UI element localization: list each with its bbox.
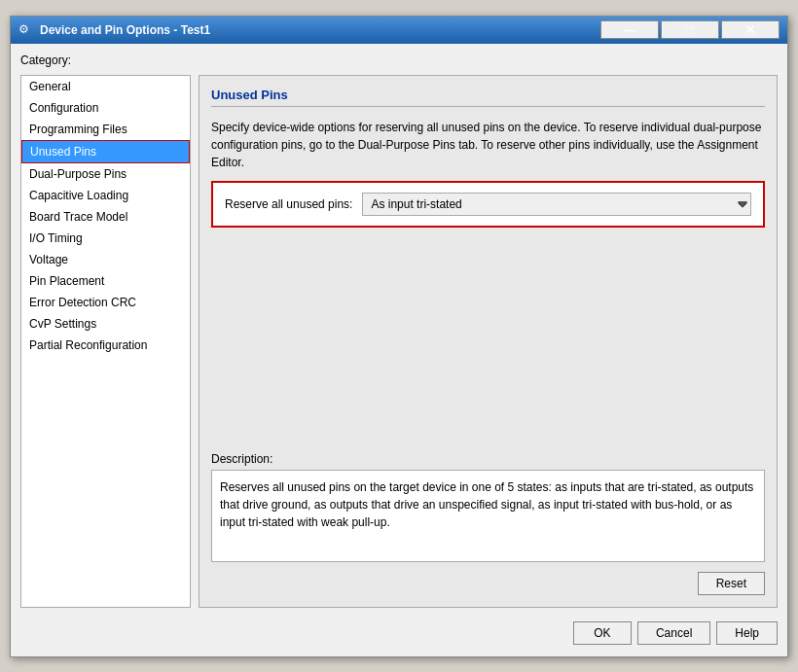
panel-title: Unused Pins: [211, 88, 765, 107]
reserve-select[interactable]: As input tri-statedAs output driving gro…: [362, 193, 751, 216]
sidebar-item-unused-pins[interactable]: Unused Pins: [21, 140, 190, 163]
window-title: Device and Pin Options - Test1: [40, 23, 210, 37]
panel-content: Unused Pins Specify device-wide options …: [199, 75, 778, 608]
sidebar-item-programming-files[interactable]: Programming Files: [21, 119, 190, 140]
title-bar: ⚙ Device and Pin Options - Test1 — □ ✕: [11, 17, 787, 44]
sidebar-item-capacitive-loading[interactable]: Capacitive Loading: [21, 185, 190, 206]
bottom-buttons: OK Cancel Help: [20, 616, 778, 647]
description-label: Description:: [211, 452, 765, 466]
reset-button[interactable]: Reset: [698, 572, 765, 595]
sidebar-item-cvp-settings[interactable]: CvP Settings: [21, 313, 190, 335]
right-panel: Unused Pins Specify device-wide options …: [199, 75, 778, 608]
category-label: Category:: [20, 53, 778, 67]
sidebar-item-board-trace-model[interactable]: Board Trace Model: [21, 206, 190, 228]
ok-button[interactable]: OK: [573, 621, 632, 645]
sidebar-item-partial-reconfiguration[interactable]: Partial Reconfiguration: [21, 335, 190, 356]
spacer: [211, 237, 765, 442]
reset-row: Reset: [211, 572, 765, 595]
minimize-button[interactable]: —: [600, 20, 659, 39]
sidebar-item-dual-purpose-pins[interactable]: Dual-Purpose Pins: [21, 163, 190, 185]
sidebar-item-configuration[interactable]: Configuration: [21, 97, 190, 119]
description-box: Reserves all unused pins on the target d…: [211, 470, 765, 562]
sidebar-item-io-timing[interactable]: I/O Timing: [21, 228, 190, 249]
sidebar-item-pin-placement[interactable]: Pin Placement: [21, 270, 190, 292]
maximize-button[interactable]: □: [661, 20, 719, 39]
window-content: Category: General Configuration Programm…: [11, 44, 787, 656]
description-section: Description: Reserves all unused pins on…: [211, 452, 765, 562]
cancel-button[interactable]: Cancel: [637, 621, 710, 645]
main-area: General Configuration Programming Files …: [20, 75, 778, 608]
category-list: General Configuration Programming Files …: [20, 75, 191, 608]
sidebar-item-error-detection-crc[interactable]: Error Detection CRC: [21, 292, 190, 313]
panel-description: Specify device-wide options for reservin…: [211, 119, 765, 171]
title-bar-left: ⚙ Device and Pin Options - Test1: [18, 22, 210, 38]
reserve-section: Reserve all unused pins: As input tri-st…: [211, 181, 765, 228]
sidebar-item-voltage[interactable]: Voltage: [21, 249, 190, 270]
title-controls: — □ ✕: [600, 20, 780, 39]
reserve-label: Reserve all unused pins:: [225, 197, 352, 211]
main-window: ⚙ Device and Pin Options - Test1 — □ ✕ C…: [10, 16, 788, 657]
select-wrapper: As input tri-statedAs output driving gro…: [362, 193, 751, 216]
close-button[interactable]: ✕: [721, 20, 780, 39]
help-button[interactable]: Help: [716, 621, 778, 645]
sidebar-item-general[interactable]: General: [21, 76, 190, 97]
window-icon: ⚙: [18, 22, 34, 38]
